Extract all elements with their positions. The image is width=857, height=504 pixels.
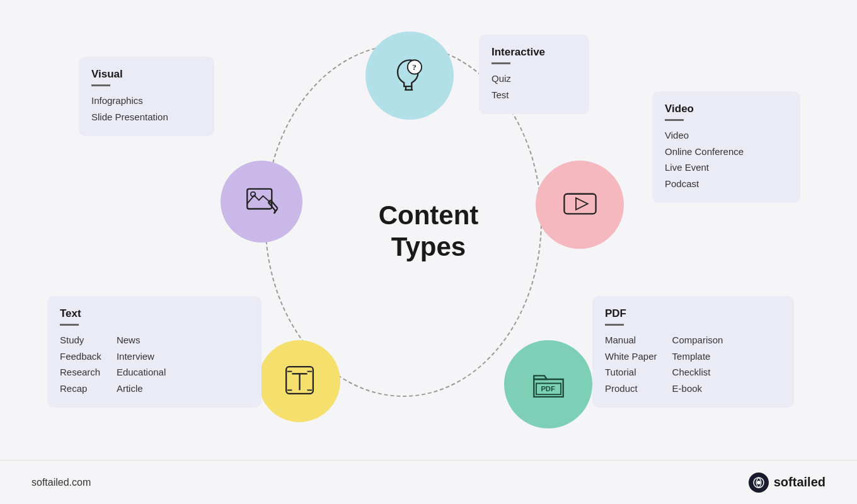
card-text-col1: Study Feedback Research Recap: [60, 332, 101, 396]
card-pdf-col1-item-1: Manual: [605, 332, 657, 348]
card-pdf-columns: Manual White Paper Tutorial Product Comp…: [605, 332, 781, 396]
card-pdf-divider: [605, 324, 624, 326]
card-pdf: PDF Manual White Paper Tutorial Product …: [592, 296, 794, 408]
card-text-columns: Study Feedback Research Recap News Inter…: [60, 332, 249, 396]
card-text-title: Text: [60, 307, 249, 320]
card-text-col2-item-3: Educational: [117, 364, 166, 381]
card-pdf-col2-item-1: Comparison: [672, 332, 723, 348]
footer-url: softailed.com: [32, 477, 91, 488]
head-question-icon: ?: [389, 54, 430, 98]
card-text-col2: News Interview Educational Article: [117, 332, 166, 396]
card-pdf-col1: Manual White Paper Tutorial Product: [605, 332, 657, 396]
circle-visual: [221, 161, 302, 243]
svg-text:PDF: PDF: [541, 384, 555, 392]
svg-point-23: [757, 481, 761, 484]
card-interactive-title: Interactive: [492, 46, 577, 59]
card-text-col1-item-3: Research: [60, 364, 101, 381]
card-text: Text Study Feedback Research Recap News …: [47, 296, 262, 408]
center-label: Content Types: [379, 200, 479, 263]
card-pdf-col1-item-2: White Paper: [605, 348, 657, 365]
play-button-icon: [560, 183, 601, 227]
card-text-col2-item-2: Interview: [117, 348, 166, 365]
card-pdf-title: PDF: [605, 307, 781, 320]
svg-text:?: ?: [412, 62, 417, 72]
card-video-title: Video: [665, 103, 788, 115]
card-text-col1-item-4: Recap: [60, 381, 101, 397]
card-video-item-3: Live Event: [665, 159, 788, 176]
card-text-col2-item-4: Article: [117, 381, 166, 397]
card-pdf-col2-item-2: Template: [672, 348, 723, 365]
diagram-container: Content Types ?: [0, 0, 857, 460]
card-interactive: Interactive Quiz Test: [479, 35, 589, 114]
brand-logo-icon: [749, 472, 769, 493]
card-video: Video Video Online Conference Live Event…: [652, 91, 800, 203]
pdf-folder-icon: PDF: [528, 363, 569, 406]
circle-interactive: ?: [365, 32, 454, 120]
card-interactive-item-2: Test: [492, 87, 577, 103]
card-interactive-item-1: Quiz: [492, 71, 577, 87]
footer: softailed.com softailed: [0, 460, 857, 504]
card-visual-title: Visual: [91, 68, 202, 81]
card-visual-divider: [91, 84, 110, 86]
card-video-divider: [665, 119, 684, 121]
card-text-col2-item-1: News: [117, 332, 166, 348]
svg-rect-12: [564, 193, 595, 214]
card-interactive-divider: [492, 62, 510, 64]
card-visual-item-2: Slide Presentation: [91, 109, 202, 125]
footer-brand: softailed: [749, 472, 825, 493]
circle-pdf: PDF: [504, 340, 592, 428]
text-cursor-icon: [279, 360, 320, 403]
circle-text: [258, 340, 340, 422]
circle-video: [536, 161, 624, 249]
card-text-divider: [60, 324, 79, 326]
card-visual: Visual Infographics Slide Presentation: [79, 57, 214, 136]
card-text-col1-item-2: Feedback: [60, 348, 101, 365]
card-pdf-col1-item-4: Product: [605, 381, 657, 397]
card-visual-item-1: Infographics: [91, 93, 202, 109]
svg-marker-13: [576, 198, 588, 210]
card-pdf-col2-item-3: Checklist: [672, 364, 723, 381]
card-video-item-1: Video: [665, 127, 788, 144]
card-pdf-col2: Comparison Template Checklist E-book: [672, 332, 723, 396]
image-edit-icon: [241, 180, 282, 224]
brand-name: softailed: [774, 475, 825, 490]
card-video-item-2: Online Conference: [665, 144, 788, 160]
card-pdf-col1-item-3: Tutorial: [605, 364, 657, 381]
card-pdf-col2-item-4: E-book: [672, 381, 723, 397]
card-text-col1-item-1: Study: [60, 332, 101, 348]
card-video-item-4: Podcast: [665, 176, 788, 192]
